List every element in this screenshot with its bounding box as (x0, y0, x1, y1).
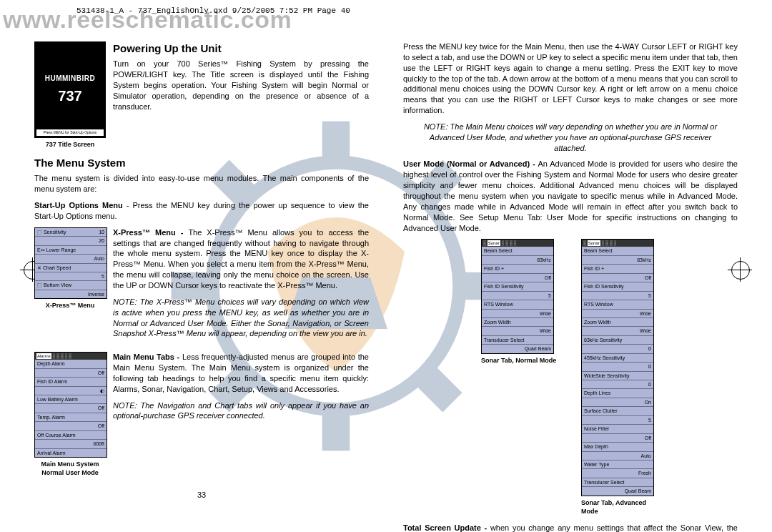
main-menu-figure: Alarms····· Depth AlarmOffFish ID Alarm◐… (34, 352, 107, 458)
sonar-advanced-caption: Sonar Tab, Advanced Mode (581, 498, 660, 516)
para-menu-intro: The menu system is divided into easy-to-… (34, 173, 369, 194)
heading-powering-up: Powering Up the Unit (113, 41, 369, 56)
left-page: HUMMINBIRD 737 Press MENU for Start-Up O… (34, 41, 369, 532)
para-xpress: X-Press™ Menu - The X-Press™ Menu allows… (113, 227, 369, 291)
para-powering-up: Turn on your 700 Series™ Fishing System … (113, 59, 369, 112)
main-menu-caption: Main Menu System Normal User Mode (34, 460, 106, 477)
para-mainmenu: Main Menu Tabs - Less frequently-adjuste… (113, 352, 369, 394)
title-screen-figure: HUMMINBIRD 737 Press MENU for Start-Up O… (34, 41, 106, 138)
right-page: Press the MENU key twice for the Main Me… (403, 41, 738, 532)
note-xpress: NOTE: The X-Press™ Menu choices will var… (113, 297, 369, 339)
note-mainmenu: NOTE: The Navigation and Chart tabs will… (113, 400, 369, 422)
sonar-normal-figure: ·Sonar···· Beam Select83kHzFish ID +OffF… (481, 239, 554, 353)
para-press-menu: Press the MENU key twice for the Main Me… (403, 41, 738, 116)
title-screen-caption: 737 Title Screen (34, 140, 106, 149)
para-total-screen: Total Screen Update - when you change an… (403, 523, 738, 532)
heading-menu-system: The Menu System (34, 156, 369, 170)
note-mainmenu-vary: NOTE: The Main Menu choices will vary de… (403, 122, 738, 154)
sonar-normal-caption: Sonar Tab, Normal Mode (481, 356, 560, 365)
page-number-left: 33 (34, 490, 369, 501)
para-startup-menu: Start-Up Options Menu - Press the MENU k… (34, 200, 369, 222)
xpress-menu-caption: X-Press™ Menu (34, 301, 106, 310)
sonar-advanced-figure: ·Sonar···· Beam Select83kHzFish ID +OffF… (581, 239, 654, 496)
para-user-mode: User Mode (Normal or Advanced) - An Adva… (403, 159, 738, 233)
running-header: 531438-1_A - 737_EnglishOnly.qxd 9/25/20… (76, 6, 350, 15)
xpress-menu-figure: ⬚ Sensitivity1020E⇔ Lower RangeAuto✕ Cha… (34, 227, 107, 300)
